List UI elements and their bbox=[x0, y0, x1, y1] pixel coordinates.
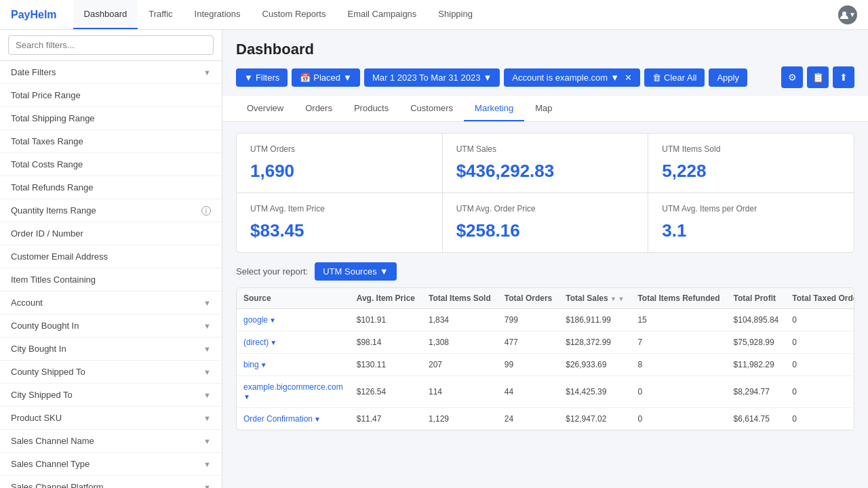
sidebar-item-account[interactable]: Account▼ bbox=[0, 291, 222, 314]
source-link[interactable]: bing bbox=[243, 360, 259, 369]
sidebar-item-city-bought-in[interactable]: City Bought In▼ bbox=[0, 338, 222, 361]
user-avatar[interactable]: ▼ bbox=[838, 5, 857, 24]
sidebar-item-label: Order ID / Number bbox=[11, 228, 83, 239]
source-link[interactable]: google bbox=[243, 315, 268, 325]
utm-sources-chevron: ▼ bbox=[380, 266, 389, 277]
sidebar-item-product-sku[interactable]: Product SKU▼ bbox=[0, 407, 222, 430]
sidebar-item-city-shipped-to[interactable]: City Shipped To▼ bbox=[0, 384, 222, 407]
sidebar-item-sales-channel-type[interactable]: Sales Channel Type▼ bbox=[0, 453, 222, 476]
sidebar-item-total-refunds-range[interactable]: Total Refunds Range bbox=[0, 176, 222, 199]
sidebar-item-label: Quantity Items Range bbox=[11, 205, 96, 216]
nav-link-shipping[interactable]: Shipping bbox=[427, 0, 484, 29]
nav-link-custom-reports[interactable]: Custom Reports bbox=[252, 0, 337, 29]
source-link[interactable]: (direct) bbox=[243, 338, 269, 347]
placed-button[interactable]: 📅 Placed ▼ bbox=[292, 68, 360, 87]
cell-total-items-sold: 1,308 bbox=[422, 331, 498, 354]
table-body: google▼$101.911,834799$186,911.9915$104,… bbox=[237, 309, 854, 430]
sidebar-item-total-costs-range[interactable]: Total Costs Range bbox=[0, 153, 222, 176]
col-total-items-refunded: Total Items Refunded bbox=[631, 288, 726, 309]
date-range-label: Mar 1 2023 To Mar 31 2023 bbox=[372, 73, 480, 83]
sidebar-item-label: Total Shipping Range bbox=[11, 113, 95, 123]
utm-sources-button[interactable]: UTM Sources ▼ bbox=[315, 262, 396, 281]
stat-label: UTM Sales bbox=[456, 144, 635, 154]
cell-avg.-item-price: $126.54 bbox=[350, 376, 422, 408]
nav-link-dashboard[interactable]: Dashboard bbox=[73, 0, 138, 29]
account-filter-button[interactable]: Account is example.com ▼ ✕ bbox=[504, 68, 640, 87]
stat-value: 3.1 bbox=[662, 220, 840, 241]
cell-avg.-item-price: $98.14 bbox=[350, 331, 422, 354]
tab-orders[interactable]: Orders bbox=[294, 96, 343, 121]
cell-total-sales: $128,372.99 bbox=[559, 331, 631, 354]
cell-total-items-sold: 1,834 bbox=[422, 309, 498, 331]
cell-source[interactable]: Order Confirmation▼ bbox=[237, 408, 350, 430]
stat-label: UTM Orders bbox=[250, 144, 429, 154]
nav-links: DashboardTrafficIntegrationsCustom Repor… bbox=[73, 0, 484, 29]
cell-total-sales: $26,933.69 bbox=[559, 354, 631, 376]
sidebar-item-order-id-/-number[interactable]: Order ID / Number bbox=[0, 222, 222, 245]
tab-map[interactable]: Map bbox=[524, 96, 563, 121]
filter-icon: ▼ bbox=[270, 339, 277, 346]
cell-source[interactable]: example.bigcommerce.com▼ bbox=[237, 376, 350, 408]
tab-marketing[interactable]: Marketing bbox=[464, 96, 524, 121]
sidebar-item-sales-channel-platform[interactable]: Sales Channel Platform▼ bbox=[0, 476, 222, 488]
sidebar: Date Filters▼Total Price RangeTotal Ship… bbox=[0, 30, 222, 488]
sidebar-item-label: Date Filters bbox=[11, 67, 56, 77]
cell-source[interactable]: (direct)▼ bbox=[237, 331, 350, 354]
settings-icon-button[interactable]: ⚙ bbox=[781, 66, 803, 88]
tab-overview[interactable]: Overview bbox=[236, 96, 294, 121]
tab-customers[interactable]: Customers bbox=[399, 96, 464, 121]
cell-total-taxed-orders: 0 bbox=[785, 331, 854, 354]
cell-total-profit: $8,294.77 bbox=[727, 376, 786, 408]
sidebar-item-customer-email-address[interactable]: Customer Email Address bbox=[0, 245, 222, 268]
cell-total-items-refunded: 7 bbox=[631, 331, 726, 354]
table-row: google▼$101.911,834799$186,911.9915$104,… bbox=[237, 309, 854, 331]
sidebar-item-label: Sales Channel Name bbox=[11, 436, 94, 446]
data-table-container: SourceAvg. Item PriceTotal Items SoldTot… bbox=[236, 287, 854, 430]
sidebar-item-total-taxes-range[interactable]: Total Taxes Range bbox=[0, 130, 222, 153]
nav-link-integrations[interactable]: Integrations bbox=[184, 0, 252, 29]
cell-total-items-sold: 1,129 bbox=[422, 408, 498, 430]
nav-link-email-campaigns[interactable]: Email Campaigns bbox=[336, 0, 427, 29]
cell-total-items-refunded: 8 bbox=[631, 354, 726, 376]
filter-icon: ▼ bbox=[314, 415, 321, 423]
date-range-button[interactable]: Mar 1 2023 To Mar 31 2023 ▼ bbox=[364, 68, 500, 87]
nav-link-traffic[interactable]: Traffic bbox=[138, 0, 183, 29]
sidebar-item-date-filters[interactable]: Date Filters▼ bbox=[0, 61, 222, 84]
clear-all-button[interactable]: 🗑 Clear All bbox=[644, 68, 705, 87]
sidebar-item-item-titles-containing[interactable]: Item Titles Containing bbox=[0, 268, 222, 291]
cell-total-items-refunded: 15 bbox=[631, 309, 726, 331]
download-icon-button[interactable]: ⬆ bbox=[833, 66, 854, 88]
apply-button[interactable]: Apply bbox=[709, 68, 747, 87]
cell-avg.-item-price: $11.47 bbox=[350, 408, 422, 430]
col-total-sales[interactable]: Total Sales ▼ bbox=[559, 288, 631, 309]
tab-products[interactable]: Products bbox=[343, 96, 399, 121]
filters-button[interactable]: ▼ Filters bbox=[236, 68, 288, 87]
search-input[interactable] bbox=[8, 35, 214, 55]
account-label: Account is example.com bbox=[512, 73, 608, 83]
placed-label: Placed bbox=[313, 73, 340, 83]
tabs-area: OverviewOrdersProductsCustomersMarketing… bbox=[222, 96, 868, 122]
cell-total-orders: 44 bbox=[498, 376, 559, 408]
cell-total-profit: $104,895.84 bbox=[727, 309, 786, 331]
source-link[interactable]: Order Confirmation bbox=[243, 414, 313, 424]
export-icon-button[interactable]: 📋 bbox=[807, 66, 829, 88]
sidebar-item-county-bought-in[interactable]: County Bought In▼ bbox=[0, 314, 222, 338]
col-avg.-item-price: Avg. Item Price bbox=[350, 288, 422, 309]
cell-total-orders: 24 bbox=[498, 408, 559, 430]
cell-total-items-sold: 207 bbox=[422, 354, 498, 376]
tabs: OverviewOrdersProductsCustomersMarketing… bbox=[236, 96, 854, 121]
cell-source[interactable]: bing▼ bbox=[237, 354, 350, 376]
filter-actions: ⚙ 📋 ⬆ bbox=[781, 66, 854, 88]
source-link[interactable]: example.bigcommerce.com bbox=[243, 382, 343, 392]
sidebar-item-sales-channel-name[interactable]: Sales Channel Name▼ bbox=[0, 430, 222, 453]
sidebar-item-total-shipping-range[interactable]: Total Shipping Range bbox=[0, 107, 222, 130]
cell-total-sales: $12,947.02 bbox=[559, 408, 631, 430]
chevron-down-icon: ▼ bbox=[203, 437, 211, 445]
sidebar-item-county-shipped-to[interactable]: County Shipped To▼ bbox=[0, 361, 222, 384]
cell-total-items-sold: 114 bbox=[422, 376, 498, 408]
filter-icon: ▼ bbox=[269, 317, 276, 324]
sidebar-item-total-price-range[interactable]: Total Price Range bbox=[0, 84, 222, 107]
sidebar-item-quantity-items-range[interactable]: Quantity Items Rangei bbox=[0, 199, 222, 222]
close-icon[interactable]: ✕ bbox=[625, 73, 632, 83]
cell-source[interactable]: google▼ bbox=[237, 309, 350, 331]
